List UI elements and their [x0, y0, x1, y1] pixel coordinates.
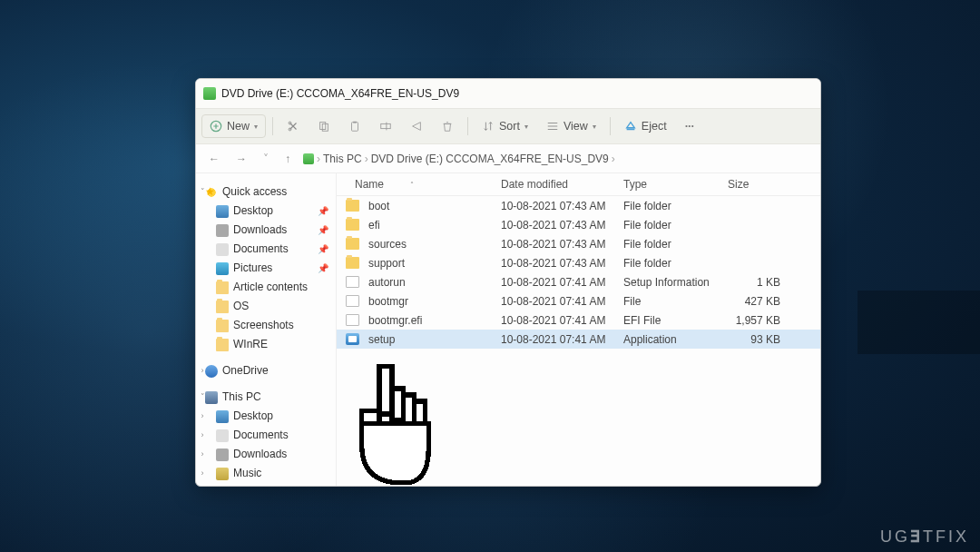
forward-button[interactable]: →	[232, 151, 250, 167]
folder-icon	[346, 200, 359, 212]
sidebar-item[interactable]: WInRE	[196, 335, 336, 354]
column-name[interactable]: Name˄	[337, 178, 495, 191]
sidebar-item[interactable]: ›Desktop	[196, 407, 336, 426]
sidebar-item[interactable]: Screenshots	[196, 316, 336, 335]
sidebar-thispc[interactable]: ˅ This PC	[196, 388, 336, 407]
svg-rect-6	[353, 122, 357, 123]
file-rows: boot10-08-2021 07:43 AMFile folderefi10-…	[337, 196, 820, 486]
separator	[467, 117, 468, 135]
sidebar-item[interactable]: Desktop📌	[196, 202, 336, 221]
eject-button[interactable]: Eject	[617, 115, 674, 137]
file-date: 10-08-2021 07:43 AM	[495, 200, 618, 212]
sidebar-quick-access[interactable]: ˅ Quick access	[196, 182, 336, 202]
sidebar-item[interactable]: OS	[196, 297, 336, 316]
table-row[interactable]: efi10-08-2021 07:43 AMFile folder	[337, 215, 820, 234]
sidebar-item-label: Pictures	[233, 485, 272, 486]
folder-icon	[216, 205, 229, 218]
copy-icon	[318, 120, 330, 133]
chevron-down-icon: ▾	[593, 123, 596, 131]
share-button[interactable]	[403, 115, 430, 137]
rename-icon	[379, 120, 392, 133]
folder-icon	[216, 429, 229, 442]
sidebar-item[interactable]: Documents📌	[196, 240, 336, 259]
sidebar-onedrive[interactable]: › OneDrive	[196, 361, 336, 380]
background-band	[858, 291, 980, 354]
table-row[interactable]: boot10-08-2021 07:43 AMFile folder	[337, 196, 820, 215]
file-type: File folder	[618, 257, 722, 270]
sidebar-item[interactable]: ›Music	[196, 464, 336, 483]
file-date: 10-08-2021 07:41 AM	[495, 276, 618, 289]
table-row[interactable]: support10-08-2021 07:43 AMFile folder	[337, 253, 820, 272]
file-type: File folder	[618, 200, 722, 212]
table-row[interactable]: sources10-08-2021 07:43 AMFile folder	[337, 234, 820, 253]
separator	[610, 117, 611, 135]
sidebar-item[interactable]: ›Pictures	[196, 483, 336, 486]
sidebar-item-label: Article contents	[233, 280, 308, 295]
back-button[interactable]: ←	[205, 151, 223, 167]
column-date[interactable]: Date modified	[495, 178, 618, 191]
chevron-right-icon: ›	[612, 153, 615, 165]
up-button[interactable]: ↑	[281, 151, 294, 167]
folder-icon	[346, 257, 359, 269]
file-date: 10-08-2021 07:43 AM	[495, 219, 618, 232]
sidebar-onedrive-label: OneDrive	[222, 363, 269, 379]
chevron-right-icon: ›	[198, 466, 207, 481]
sort-asc-icon: ˄	[410, 181, 414, 189]
view-button[interactable]: View ▾	[539, 115, 603, 137]
table-row[interactable]: bootmgr10-08-2021 07:41 AMFile427 KB	[337, 291, 820, 310]
file-date: 10-08-2021 07:41 AM	[495, 333, 618, 346]
titlebar[interactable]: DVD Drive (E:) CCCOMA_X64FRE_EN-US_DV9	[196, 79, 820, 108]
copy-button[interactable]	[310, 115, 338, 137]
sidebar-item-label: Downloads	[233, 222, 287, 238]
sort-button[interactable]: Sort ▾	[475, 115, 535, 137]
paste-button[interactable]	[341, 115, 368, 137]
sidebar-item-label: Downloads	[233, 447, 287, 462]
breadcrumb[interactable]: › This PC › DVD Drive (E:) CCCOMA_X64FRE…	[303, 153, 615, 165]
table-row[interactable]: setup10-08-2021 07:41 AMApplication93 KB	[337, 330, 820, 349]
table-row[interactable]: bootmgr.efi10-08-2021 07:41 AMEFI File1,…	[337, 310, 820, 330]
eject-icon	[624, 120, 637, 133]
breadcrumb-thispc[interactable]: This PC	[323, 153, 362, 165]
file-icon	[346, 295, 359, 307]
pin-icon: 📌	[318, 203, 328, 219]
sidebar-item[interactable]: Article contents	[196, 278, 336, 297]
sidebar-item[interactable]: ›Downloads	[196, 445, 336, 464]
sidebar-item[interactable]: Pictures📌	[196, 259, 336, 278]
column-size[interactable]: Size	[722, 178, 786, 191]
table-row[interactable]: autorun10-08-2021 07:41 AMSetup Informat…	[337, 272, 820, 291]
sidebar-item-label: Pictures	[233, 261, 272, 276]
toolbar: New ▾ Sort ▾ View ▾ Eject ···	[196, 108, 820, 144]
view-label: View	[564, 120, 588, 133]
more-button[interactable]: ···	[678, 115, 701, 137]
new-button[interactable]: New ▾	[201, 114, 266, 138]
plus-circle-icon	[210, 120, 222, 133]
pc-icon	[205, 391, 218, 404]
eject-label: Eject	[642, 120, 667, 133]
recent-locations-button[interactable]: ˅	[260, 151, 272, 167]
chevron-down-icon: ▾	[524, 123, 528, 131]
rename-button[interactable]	[372, 115, 399, 137]
column-type[interactable]: Type	[618, 178, 722, 191]
file-icon	[346, 314, 359, 326]
star-icon	[205, 186, 218, 199]
window-title: DVD Drive (E:) CCCOMA_X64FRE_EN-US_DV9	[221, 87, 459, 100]
file-type: Application	[618, 333, 722, 346]
sidebar-item-label: WInRE	[233, 337, 268, 352]
cut-icon	[287, 120, 299, 133]
sidebar-item-label: OS	[233, 299, 249, 314]
breadcrumb-drive[interactable]: DVD Drive (E:) CCCOMA_X64FRE_EN-US_DV9	[371, 153, 609, 165]
file-name: support	[368, 257, 405, 270]
folder-icon	[346, 238, 359, 250]
cut-button[interactable]	[279, 115, 307, 137]
sort-label: Sort	[499, 120, 520, 133]
folder-icon	[216, 468, 229, 480]
sidebar-item-label: Desktop	[233, 409, 273, 424]
sidebar-item[interactable]: ›Documents	[196, 426, 336, 445]
watermark: UGƎTFIX	[880, 527, 969, 547]
svg-rect-5	[352, 123, 358, 132]
delete-button[interactable]	[434, 115, 461, 137]
folder-icon	[216, 410, 229, 423]
sidebar-item[interactable]: Downloads📌	[196, 221, 336, 240]
chevron-right-icon: ›	[198, 485, 207, 486]
sidebar: ˅ Quick access Desktop📌Downloads📌Documen…	[196, 173, 337, 486]
